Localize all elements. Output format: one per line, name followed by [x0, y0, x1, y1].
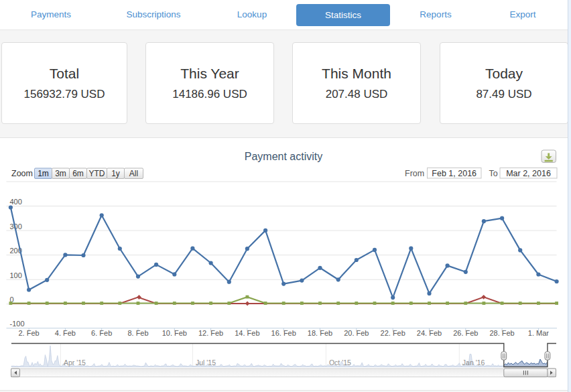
svg-text:1m: 1m	[38, 169, 49, 178]
svg-text:Zoom: Zoom	[11, 169, 33, 178]
svg-text:Jul '15: Jul '15	[196, 358, 216, 367]
svg-text:400: 400	[10, 198, 22, 206]
svg-text:-100: -100	[10, 320, 25, 328]
svg-text:Oct '15: Oct '15	[329, 358, 351, 367]
svg-text:8. Feb: 8. Feb	[127, 329, 148, 337]
svg-text:To: To	[489, 169, 498, 178]
svg-text:28. Feb: 28. Feb	[489, 329, 514, 337]
svg-text:From: From	[405, 169, 424, 178]
svg-text:26. Feb: 26. Feb	[453, 329, 478, 337]
svg-text:12. Feb: 12. Feb	[198, 329, 223, 337]
svg-text:Payment activity: Payment activity	[245, 151, 322, 162]
svg-text:6m: 6m	[72, 169, 84, 178]
svg-text:16. Feb: 16. Feb	[271, 329, 296, 337]
svg-text:Feb 1, 2016: Feb 1, 2016	[432, 169, 477, 178]
svg-text:1y: 1y	[111, 169, 120, 178]
svg-text:YTD: YTD	[89, 169, 105, 178]
svg-text:4. Feb: 4. Feb	[55, 329, 76, 337]
svg-text:22. Feb: 22. Feb	[381, 329, 405, 337]
svg-text:3m: 3m	[55, 169, 66, 178]
svg-text:2. Feb: 2. Feb	[19, 329, 40, 337]
svg-text:Mar 2, 2016: Mar 2, 2016	[506, 169, 551, 178]
svg-text:6. Feb: 6. Feb	[91, 329, 112, 337]
svg-text:20. Feb: 20. Feb	[344, 329, 369, 337]
svg-text:All: All	[129, 169, 138, 178]
svg-text:1. Mar: 1. Mar	[528, 329, 550, 337]
svg-text:18. Feb: 18. Feb	[308, 329, 332, 337]
svg-text:Jan '16: Jan '16	[462, 358, 485, 367]
svg-text:14. Feb: 14. Feb	[235, 329, 259, 337]
svg-text:10. Feb: 10. Feb	[162, 329, 187, 337]
svg-text:24. Feb: 24. Feb	[417, 329, 442, 337]
svg-text:100: 100	[10, 271, 22, 279]
svg-text:Apr '15: Apr '15	[64, 358, 86, 367]
